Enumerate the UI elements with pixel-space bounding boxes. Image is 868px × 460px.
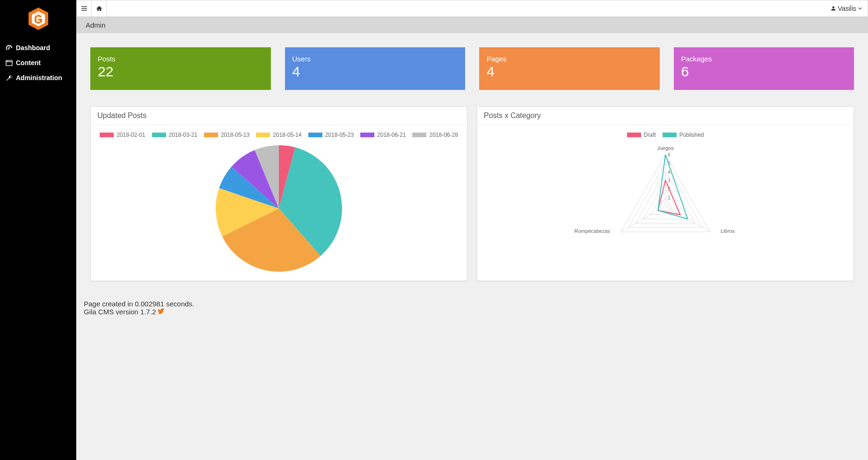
user-menu[interactable]: Vasilis bbox=[825, 0, 868, 16]
panels: Updated Posts 2018-02-012018-03-212018-0… bbox=[90, 106, 854, 281]
hamburger-icon bbox=[81, 5, 88, 12]
panel-title: Posts x Category bbox=[477, 107, 853, 125]
radar-tick-label: 3 bbox=[668, 178, 671, 183]
stat-card-posts[interactable]: Posts 22 bbox=[90, 47, 271, 90]
stat-card-users[interactable]: Users 4 bbox=[285, 47, 466, 90]
legend-item[interactable]: 2018-06-21 bbox=[360, 132, 406, 138]
panel-body: DraftPublished 123456JuegosLibrosRompeca… bbox=[477, 125, 853, 271]
legend-swatch bbox=[100, 133, 114, 137]
wrench-icon bbox=[6, 74, 13, 82]
radar-chart: 123456JuegosLibrosRompecabezas bbox=[572, 143, 759, 265]
stat-title: Packages bbox=[681, 55, 847, 63]
pie-chart bbox=[213, 143, 344, 274]
main: Vasilis Admin Posts 22 Users 4 Pages 4 P… bbox=[76, 0, 868, 460]
stat-title: Posts bbox=[98, 55, 263, 63]
twitter-link[interactable] bbox=[158, 308, 164, 316]
legend-item[interactable]: Published bbox=[663, 132, 704, 138]
logo bbox=[0, 0, 76, 40]
legend-label: Draft bbox=[644, 132, 656, 138]
legend-label: 2018-05-14 bbox=[273, 132, 301, 138]
stat-title: Users bbox=[292, 55, 458, 63]
breadcrumb: Admin bbox=[76, 17, 868, 33]
menu-toggle-button[interactable] bbox=[77, 0, 92, 16]
legend-swatch bbox=[360, 133, 374, 137]
panel-title: Updated Posts bbox=[91, 107, 467, 125]
sidebar-nav: Dashboard Content Administration bbox=[0, 40, 76, 85]
legend-label: 2018-05-13 bbox=[221, 132, 249, 138]
radar-axis-label: Libros bbox=[721, 228, 735, 234]
footer-line1: Page created in 0.002981 seconds. bbox=[84, 300, 854, 308]
legend-label: 2018-06-21 bbox=[377, 132, 406, 138]
stat-row: Posts 22 Users 4 Pages 4 Packages 6 bbox=[90, 47, 854, 90]
footer-line2: Gila CMS version 1.7.2 bbox=[84, 308, 156, 316]
pie-legend: 2018-02-012018-03-212018-05-132018-05-14… bbox=[96, 132, 461, 138]
legend-label: 2018-06-28 bbox=[429, 132, 458, 138]
sidebar-item-label: Content bbox=[16, 59, 41, 67]
radar-tick-label: 6 bbox=[668, 152, 671, 157]
panel-body: 2018-02-012018-03-212018-05-132018-05-14… bbox=[91, 125, 467, 281]
legend-swatch bbox=[663, 133, 677, 137]
radar-tick-label: 4 bbox=[668, 170, 671, 175]
legend-swatch bbox=[204, 133, 218, 137]
legend-item[interactable]: 2018-06-28 bbox=[412, 132, 458, 138]
legend-swatch bbox=[152, 133, 166, 137]
svg-point-5 bbox=[7, 60, 7, 61]
legend-label: 2018-03-21 bbox=[169, 132, 197, 138]
radar-axis-label: Juegos bbox=[657, 145, 674, 151]
footer-line2-wrap: Gila CMS version 1.7.2 bbox=[84, 308, 854, 316]
sidebar-item-label: Dashboard bbox=[16, 44, 50, 52]
legend-label: 2018-05-23 bbox=[325, 132, 354, 138]
legend-label: 2018-02-01 bbox=[117, 132, 145, 138]
legend-item[interactable]: 2018-05-14 bbox=[256, 132, 301, 138]
radar-chart-wrap: 123456JuegosLibrosRompecabezas bbox=[483, 143, 848, 265]
radar-tick-label: 1 bbox=[668, 195, 671, 200]
breadcrumb-text: Admin bbox=[86, 21, 106, 29]
radar-series bbox=[658, 155, 688, 219]
topbar: Vasilis bbox=[76, 0, 868, 17]
legend-item[interactable]: 2018-02-01 bbox=[100, 132, 145, 138]
sidebar: Dashboard Content Administration bbox=[0, 0, 76, 460]
stat-value: 4 bbox=[292, 64, 458, 80]
legend-item[interactable]: 2018-05-13 bbox=[204, 132, 249, 138]
user-icon bbox=[831, 6, 836, 11]
home-button[interactable] bbox=[92, 0, 107, 16]
stat-value: 4 bbox=[487, 64, 652, 80]
stat-value: 6 bbox=[681, 64, 847, 80]
legend-item[interactable]: Draft bbox=[627, 132, 656, 138]
sidebar-item-content[interactable]: Content bbox=[0, 55, 76, 70]
logo-icon bbox=[27, 7, 50, 31]
svg-point-6 bbox=[8, 60, 8, 61]
user-name: Vasilis bbox=[838, 5, 856, 12]
legend-swatch bbox=[627, 133, 641, 137]
stat-title: Pages bbox=[487, 55, 652, 63]
stat-card-pages[interactable]: Pages 4 bbox=[479, 47, 660, 90]
legend-swatch bbox=[412, 133, 426, 137]
legend-label: Published bbox=[679, 132, 704, 138]
stat-value: 22 bbox=[98, 64, 263, 80]
sidebar-item-dashboard[interactable]: Dashboard bbox=[0, 40, 76, 55]
legend-item[interactable]: 2018-05-23 bbox=[308, 132, 354, 138]
dashboard-icon bbox=[6, 45, 13, 52]
sidebar-item-label: Administration bbox=[16, 74, 62, 82]
legend-swatch bbox=[256, 133, 270, 137]
radar-axis-label: Rompecabezas bbox=[575, 228, 611, 234]
legend-item[interactable]: 2018-03-21 bbox=[152, 132, 197, 138]
content-icon bbox=[6, 59, 13, 67]
legend-swatch bbox=[308, 133, 322, 137]
panel-posts-category: Posts x Category DraftPublished 123456Ju… bbox=[477, 106, 854, 281]
stat-card-packages[interactable]: Packages 6 bbox=[674, 47, 854, 90]
panel-updated-posts: Updated Posts 2018-02-012018-03-212018-0… bbox=[90, 106, 467, 281]
radar-legend: DraftPublished bbox=[483, 132, 848, 138]
content: Posts 22 Users 4 Pages 4 Packages 6 Upda… bbox=[76, 33, 868, 460]
home-icon bbox=[96, 5, 102, 12]
sidebar-item-administration[interactable]: Administration bbox=[0, 70, 76, 85]
pie-chart-wrap bbox=[96, 143, 461, 274]
twitter-icon bbox=[158, 308, 164, 314]
topbar-left bbox=[77, 0, 107, 16]
footer: Page created in 0.002981 seconds. Gila C… bbox=[81, 300, 854, 325]
chevron-down-icon bbox=[858, 7, 862, 10]
